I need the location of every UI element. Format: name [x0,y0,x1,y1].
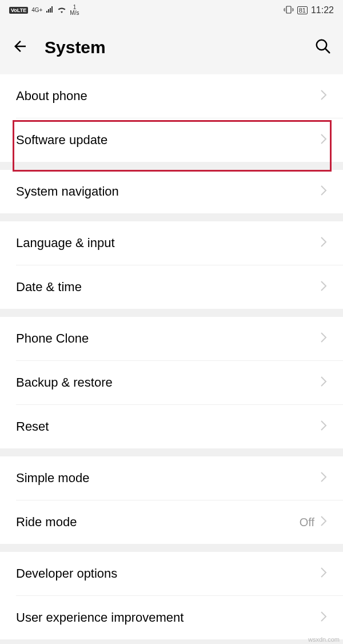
row-language-input[interactable]: Language & input [0,221,343,265]
row-value: Off [300,516,314,529]
status-right: 81 11:22 [284,5,334,15]
chevron-right-icon [320,471,327,485]
chevron-right-icon [320,236,327,250]
row-user-experience-improvement[interactable]: User experience improvement [0,596,343,639]
wifi-icon [57,6,66,15]
row-label: About phone [16,89,320,104]
chevron-right-icon [320,376,327,389]
row-backup-restore[interactable]: Backup & restore [0,361,343,404]
row-label: Ride mode [16,515,300,530]
row-label: Software update [16,133,320,148]
row-phone-clone[interactable]: Phone Clone [0,317,343,360]
row-label: System navigation [16,184,320,199]
chevron-right-icon [320,567,327,581]
row-label: Developer options [16,566,320,581]
vibrate-icon [284,6,294,15]
row-label: Language & input [16,236,320,251]
row-date-time[interactable]: Date & time [0,265,343,309]
back-icon[interactable] [11,38,29,57]
row-label: Phone Clone [16,331,320,346]
signal-icon [46,6,54,15]
row-label: Simple mode [16,471,320,486]
chevron-right-icon [320,420,327,434]
settings-group: Phone Clone Backup & restore Reset [0,317,343,448]
status-left: VoLTE 4G+ 1 M/s [9,5,79,16]
search-icon[interactable] [314,38,332,57]
clock: 11:22 [311,5,334,15]
settings-group: About phone Software update [0,74,343,162]
row-reset[interactable]: Reset [0,405,343,448]
chevron-right-icon [320,611,327,625]
status-bar: VoLTE 4G+ 1 M/s 81 11:22 [0,0,343,21]
watermark: wsxdn.com [308,636,340,643]
chevron-right-icon [320,332,327,345]
network-type: 4G+ [31,7,42,13]
header: System [0,21,343,74]
row-system-navigation[interactable]: System navigation [0,170,343,213]
volte-badge: VoLTE [9,7,28,14]
row-software-update[interactable]: Software update [0,118,343,162]
row-about-phone[interactable]: About phone [0,74,343,118]
row-simple-mode[interactable]: Simple mode [0,456,343,500]
page-title: System [45,38,298,57]
settings-group: Developer options User experience improv… [0,552,343,639]
settings-group: Simple mode Ride mode Off [0,456,343,544]
chevron-right-icon [320,133,327,147]
settings-group: Language & input Date & time [0,221,343,309]
row-label: Date & time [16,280,320,295]
row-ride-mode[interactable]: Ride mode Off [0,500,343,544]
chevron-right-icon [320,280,327,294]
row-label: User experience improvement [16,610,320,625]
settings-list: About phone Software update System navig… [0,74,343,639]
network-speed: 1 M/s [70,5,79,16]
svg-rect-0 [286,6,291,13]
chevron-right-icon [320,89,327,103]
row-label: Reset [16,419,320,434]
row-label: Backup & restore [16,375,320,390]
settings-group: System navigation [0,170,343,213]
chevron-right-icon [320,185,327,198]
row-developer-options[interactable]: Developer options [0,552,343,595]
battery-indicator: 81 [297,6,308,14]
chevron-right-icon [320,515,327,529]
